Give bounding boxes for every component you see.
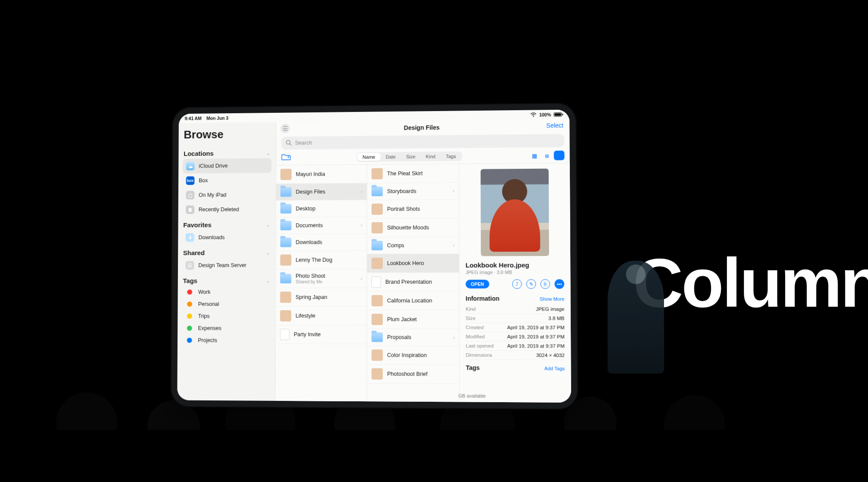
info-value: 3.8 MB bbox=[548, 316, 564, 321]
row-label: Color Inspiration bbox=[387, 352, 455, 359]
share-button[interactable]: ⤴︎ bbox=[512, 279, 522, 289]
column-row[interactable]: Plum Jacket bbox=[367, 310, 459, 329]
more-button[interactable]: ••• bbox=[555, 279, 565, 289]
column-row[interactable]: Comps › bbox=[367, 237, 459, 254]
sidebar-toggle-button[interactable]: ☰ bbox=[280, 124, 290, 133]
sort-kind[interactable]: Kind bbox=[421, 153, 441, 161]
row-label: Plum Jacket bbox=[387, 316, 455, 322]
chevron-right-icon: › bbox=[453, 242, 454, 248]
status-battery-pct: 100% bbox=[539, 112, 551, 117]
row-label: Proposals bbox=[387, 334, 449, 340]
view-mode-control[interactable]: ▦ ≣ ◫ bbox=[529, 151, 564, 161]
search-input[interactable]: Search bbox=[281, 134, 564, 150]
sidebar-tag-projects[interactable]: Projects bbox=[182, 334, 271, 346]
column-row[interactable]: Downloads bbox=[276, 234, 367, 251]
section-head-favorites[interactable]: Favorites ⌄ bbox=[182, 216, 271, 230]
sidebar-item-label: Expenses bbox=[198, 325, 221, 331]
row-label: Lookbook Hero bbox=[387, 260, 455, 266]
sort-tags[interactable]: Tags bbox=[441, 152, 461, 160]
sidebar-item-label: Design Team Server bbox=[198, 262, 247, 269]
row-label: Silhouette Moods bbox=[387, 224, 454, 231]
info-title: Information bbox=[466, 295, 500, 302]
new-folder-button[interactable]: + bbox=[281, 153, 291, 162]
info-kv-list: Kind JPEG image Size 3.8 MB Created Apri… bbox=[466, 305, 565, 360]
sidebar-item-design-team-server[interactable]: ☷ Design Team Server bbox=[182, 258, 271, 273]
folder-icon bbox=[280, 204, 292, 213]
markup-button[interactable]: ✎ bbox=[526, 279, 536, 289]
column-row[interactable]: Photo Shoot Shared by Me › bbox=[276, 269, 367, 288]
image-thumbnail bbox=[372, 314, 383, 325]
sort-segmented-control[interactable]: Name Date Size Kind Tags bbox=[357, 151, 462, 162]
box-icon: box bbox=[186, 176, 195, 185]
info-key: Dimensions bbox=[466, 352, 492, 357]
view-columns-button[interactable]: ◫ bbox=[554, 151, 565, 160]
column-row[interactable]: Documents › bbox=[276, 217, 367, 234]
sort-size[interactable]: Size bbox=[401, 153, 421, 161]
column-row[interactable]: Portrait Shots bbox=[367, 200, 459, 219]
info-key: Modified bbox=[466, 334, 485, 339]
sidebar-tag-expenses[interactable]: Expenses bbox=[182, 322, 271, 334]
column-row[interactable]: Mayuri India bbox=[276, 165, 367, 184]
quicklook-button[interactable]: ⎘ bbox=[540, 279, 550, 289]
detail-actions: OPEN ⤴︎ ✎ ⎘ ••• bbox=[466, 279, 564, 289]
view-grid-button[interactable]: ▦ bbox=[529, 151, 539, 161]
column-row[interactable]: California Location bbox=[367, 292, 459, 310]
sidebar-tag-personal[interactable]: Personal bbox=[182, 298, 271, 310]
sort-name[interactable]: Name bbox=[358, 153, 381, 161]
columns-icon: ◫ bbox=[554, 151, 565, 160]
select-button[interactable]: Select bbox=[546, 122, 564, 129]
sidebar-item-label: Personal bbox=[198, 301, 219, 307]
status-left: 9:41 AM Mon Jun 3 bbox=[184, 115, 228, 121]
column-row[interactable]: Proposals › bbox=[367, 329, 459, 346]
column-row[interactable]: Silhouette Moods bbox=[367, 218, 459, 237]
sidebar-tag-trips[interactable]: Trips bbox=[182, 310, 271, 322]
wifi-icon bbox=[530, 113, 536, 117]
sidebar-item-icloud-drive[interactable]: ☁︎ iCloud Drive bbox=[183, 158, 272, 174]
open-button[interactable]: OPEN bbox=[466, 280, 489, 289]
column-row[interactable]: Color Inspiration bbox=[367, 346, 459, 365]
column-row[interactable]: Lookbook Hero bbox=[367, 254, 459, 273]
row-label: Photo Shoot bbox=[296, 273, 356, 279]
sidebar-title: Browse bbox=[184, 128, 271, 141]
row-label: Portrait Shots bbox=[387, 206, 454, 212]
sidebar-item-on-my-ipad[interactable]: ▢ On My iPad bbox=[183, 187, 272, 203]
section-head-locations[interactable]: Locations ⌄ bbox=[183, 145, 272, 159]
section-title: Tags bbox=[183, 277, 197, 284]
chevron-down-icon: ⌄ bbox=[266, 150, 271, 156]
detail-filename: Lookbook Hero.jpeg bbox=[466, 261, 564, 269]
add-tags-button[interactable]: Add Tags bbox=[545, 366, 565, 371]
column-row[interactable]: Design Files › bbox=[276, 184, 367, 201]
sidebar-item-downloads[interactable]: ⬇︎ Downloads bbox=[182, 230, 271, 245]
column-browser: Mayuri India Design Files › Desktop bbox=[276, 163, 571, 403]
column-row[interactable]: Spring Japan bbox=[276, 288, 367, 307]
column-1: Mayuri India Design Files › Desktop bbox=[276, 165, 367, 401]
battery-icon bbox=[554, 112, 563, 117]
column-row[interactable]: Storyboards › bbox=[367, 183, 459, 200]
document-icon bbox=[280, 329, 289, 340]
sort-date[interactable]: Date bbox=[381, 153, 401, 161]
column-row[interactable]: Photoshoot Brief bbox=[367, 365, 459, 384]
column-row[interactable]: Lifestyle bbox=[276, 307, 367, 325]
show-more-button[interactable]: Show More bbox=[540, 296, 565, 302]
column-row[interactable]: Desktop bbox=[276, 200, 367, 217]
info-row: Modified April 19, 2019 at 9:37 PM bbox=[466, 332, 565, 342]
sidebar-tag-work[interactable]: Work bbox=[182, 286, 271, 298]
column-row[interactable]: Lenny The Dog bbox=[276, 251, 367, 269]
sidebar-item-recently-deleted[interactable]: 🗑 Recently Deleted bbox=[182, 202, 271, 217]
info-row: Created April 19, 2019 at 9:37 PM bbox=[466, 323, 565, 333]
view-list-button[interactable]: ≣ bbox=[542, 151, 552, 160]
image-thumbnail bbox=[280, 169, 292, 180]
chevron-right-icon: › bbox=[453, 334, 455, 341]
stage-caption: Column bbox=[633, 243, 868, 323]
section-head-tags[interactable]: Tags ⌄ bbox=[182, 272, 271, 286]
sidebar-item-label: Work bbox=[198, 289, 210, 295]
column-row[interactable]: The Pleat Skirt bbox=[367, 164, 459, 183]
image-thumbnail bbox=[372, 222, 383, 233]
column-row[interactable]: Party Invite bbox=[276, 325, 367, 344]
files-app: Browse Locations ⌄ ☁︎ iCloud Drive box B… bbox=[177, 119, 571, 403]
svg-text:+: + bbox=[287, 155, 289, 159]
sidebar-item-box[interactable]: box Box bbox=[183, 173, 272, 188]
column-row[interactable]: Brand Presentation bbox=[367, 273, 459, 292]
section-head-shared[interactable]: Shared ⌄ bbox=[182, 245, 271, 258]
info-key: Last opened bbox=[466, 343, 493, 348]
